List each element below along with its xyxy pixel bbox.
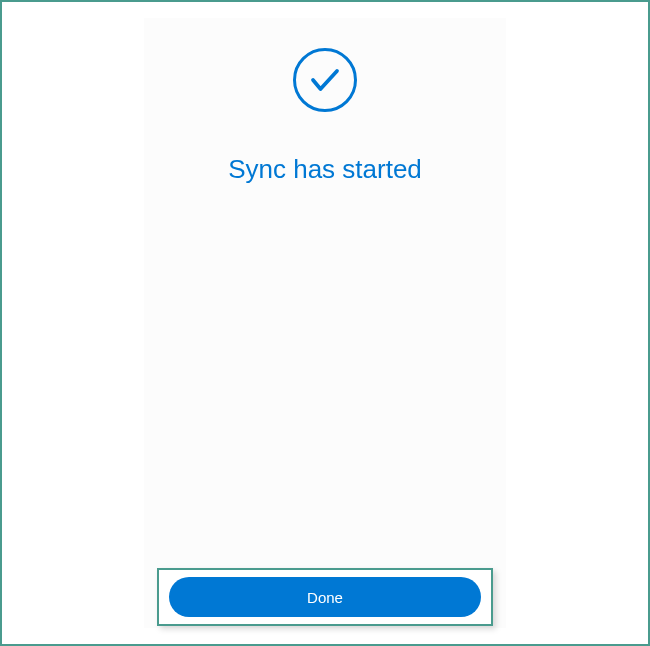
checkmark-icon: [307, 62, 343, 98]
success-icon-container: [293, 48, 357, 112]
done-button[interactable]: Done: [169, 577, 481, 617]
sync-status-message: Sync has started: [228, 154, 422, 185]
annotation-button-highlight: Done: [157, 568, 493, 626]
sync-status-screen: Sync has started Done: [144, 18, 506, 628]
annotation-outer-frame: Sync has started Done: [0, 0, 650, 646]
checkmark-circle-icon: [293, 48, 357, 112]
